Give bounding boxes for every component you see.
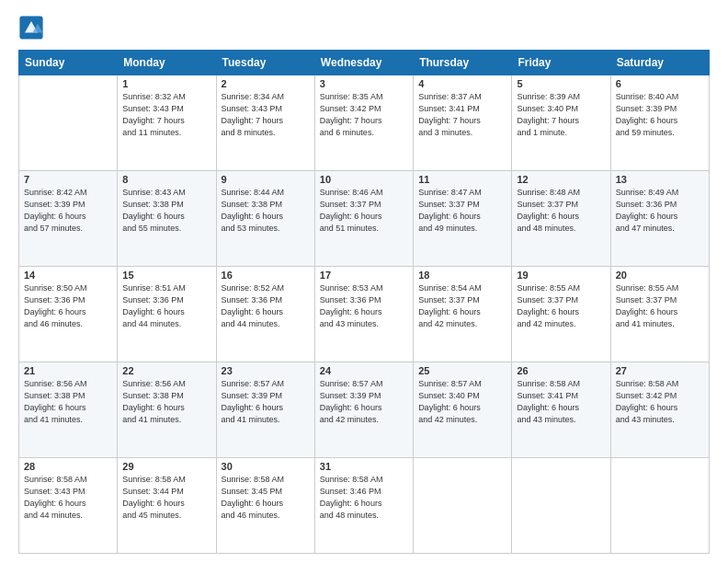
day-number: 17 bbox=[320, 270, 408, 281]
header-row: SundayMondayTuesdayWednesdayThursdayFrid… bbox=[19, 51, 710, 75]
calendar-cell: 23Sunrise: 8:57 AM Sunset: 3:39 PM Dayli… bbox=[216, 362, 314, 458]
day-number: 9 bbox=[222, 174, 310, 185]
header-cell-friday: Friday bbox=[512, 51, 610, 75]
day-number: 11 bbox=[418, 174, 506, 185]
calendar-cell: 10Sunrise: 8:46 AM Sunset: 3:37 PM Dayli… bbox=[314, 171, 413, 267]
calendar-cell: 7Sunrise: 8:42 AM Sunset: 3:39 PM Daylig… bbox=[19, 171, 118, 267]
day-number: 19 bbox=[517, 270, 605, 281]
calendar-cell: 22Sunrise: 8:56 AM Sunset: 3:38 PM Dayli… bbox=[118, 362, 216, 458]
day-info: Sunrise: 8:54 AM Sunset: 3:37 PM Dayligh… bbox=[418, 282, 506, 330]
calendar-cell: 13Sunrise: 8:49 AM Sunset: 3:36 PM Dayli… bbox=[610, 171, 709, 267]
day-number: 14 bbox=[24, 270, 112, 281]
calendar-cell bbox=[19, 75, 118, 171]
day-info: Sunrise: 8:34 AM Sunset: 3:43 PM Dayligh… bbox=[222, 91, 310, 139]
day-number: 29 bbox=[122, 461, 210, 472]
day-info: Sunrise: 8:55 AM Sunset: 3:37 PM Dayligh… bbox=[517, 282, 605, 330]
week-row-2: 14Sunrise: 8:50 AM Sunset: 3:36 PM Dayli… bbox=[19, 267, 710, 362]
calendar-cell bbox=[512, 458, 610, 554]
day-info: Sunrise: 8:58 AM Sunset: 3:45 PM Dayligh… bbox=[222, 474, 310, 522]
day-info: Sunrise: 8:48 AM Sunset: 3:37 PM Dayligh… bbox=[517, 187, 605, 235]
day-number: 10 bbox=[320, 174, 408, 185]
logo-icon bbox=[18, 15, 44, 40]
logo bbox=[18, 15, 48, 40]
calendar-cell: 9Sunrise: 8:44 AM Sunset: 3:38 PM Daylig… bbox=[216, 171, 314, 267]
calendar-cell: 5Sunrise: 8:39 AM Sunset: 3:40 PM Daylig… bbox=[512, 75, 610, 171]
day-number: 4 bbox=[418, 78, 506, 89]
week-row-1: 7Sunrise: 8:42 AM Sunset: 3:39 PM Daylig… bbox=[19, 171, 710, 267]
calendar-cell: 16Sunrise: 8:52 AM Sunset: 3:36 PM Dayli… bbox=[216, 267, 314, 362]
day-info: Sunrise: 8:57 AM Sunset: 3:39 PM Dayligh… bbox=[320, 378, 408, 426]
day-number: 31 bbox=[320, 461, 408, 472]
day-number: 26 bbox=[517, 365, 605, 376]
calendar-cell bbox=[610, 458, 709, 554]
calendar-cell: 8Sunrise: 8:43 AM Sunset: 3:38 PM Daylig… bbox=[118, 171, 216, 267]
day-info: Sunrise: 8:37 AM Sunset: 3:41 PM Dayligh… bbox=[418, 91, 506, 139]
day-number: 16 bbox=[222, 270, 310, 281]
day-number: 8 bbox=[122, 174, 210, 185]
calendar-cell: 30Sunrise: 8:58 AM Sunset: 3:45 PM Dayli… bbox=[216, 458, 314, 554]
page: SundayMondayTuesdayWednesdayThursdayFrid… bbox=[0, 0, 728, 563]
header bbox=[18, 15, 710, 40]
calendar-cell: 21Sunrise: 8:56 AM Sunset: 3:38 PM Dayli… bbox=[19, 362, 118, 458]
calendar-cell: 17Sunrise: 8:53 AM Sunset: 3:36 PM Dayli… bbox=[314, 267, 413, 362]
day-number: 20 bbox=[616, 270, 704, 281]
day-number: 7 bbox=[24, 174, 112, 185]
day-info: Sunrise: 8:56 AM Sunset: 3:38 PM Dayligh… bbox=[24, 378, 112, 426]
day-number: 13 bbox=[616, 174, 704, 185]
day-info: Sunrise: 8:57 AM Sunset: 3:39 PM Dayligh… bbox=[222, 378, 310, 426]
day-number: 1 bbox=[122, 78, 210, 89]
day-number: 22 bbox=[122, 365, 210, 376]
day-number: 27 bbox=[616, 365, 704, 376]
day-info: Sunrise: 8:58 AM Sunset: 3:44 PM Dayligh… bbox=[122, 474, 210, 522]
day-number: 2 bbox=[222, 78, 310, 89]
day-number: 21 bbox=[24, 365, 112, 376]
day-info: Sunrise: 8:50 AM Sunset: 3:36 PM Dayligh… bbox=[24, 282, 112, 330]
day-info: Sunrise: 8:40 AM Sunset: 3:39 PM Dayligh… bbox=[616, 91, 704, 139]
day-info: Sunrise: 8:32 AM Sunset: 3:43 PM Dayligh… bbox=[122, 91, 210, 139]
day-info: Sunrise: 8:53 AM Sunset: 3:36 PM Dayligh… bbox=[320, 282, 408, 330]
calendar-cell: 15Sunrise: 8:51 AM Sunset: 3:36 PM Dayli… bbox=[118, 267, 216, 362]
calendar-cell: 20Sunrise: 8:55 AM Sunset: 3:37 PM Dayli… bbox=[610, 267, 709, 362]
header-cell-thursday: Thursday bbox=[414, 51, 512, 75]
day-number: 18 bbox=[418, 270, 506, 281]
calendar-cell bbox=[414, 458, 512, 554]
calendar-cell: 12Sunrise: 8:48 AM Sunset: 3:37 PM Dayli… bbox=[512, 171, 610, 267]
week-row-4: 28Sunrise: 8:58 AM Sunset: 3:43 PM Dayli… bbox=[19, 458, 710, 554]
day-info: Sunrise: 8:57 AM Sunset: 3:40 PM Dayligh… bbox=[418, 378, 506, 426]
calendar-cell: 19Sunrise: 8:55 AM Sunset: 3:37 PM Dayli… bbox=[512, 267, 610, 362]
day-info: Sunrise: 8:52 AM Sunset: 3:36 PM Dayligh… bbox=[222, 282, 310, 330]
calendar-cell: 28Sunrise: 8:58 AM Sunset: 3:43 PM Dayli… bbox=[19, 458, 118, 554]
calendar-cell: 3Sunrise: 8:35 AM Sunset: 3:42 PM Daylig… bbox=[314, 75, 413, 171]
day-info: Sunrise: 8:49 AM Sunset: 3:36 PM Dayligh… bbox=[616, 187, 704, 235]
day-info: Sunrise: 8:43 AM Sunset: 3:38 PM Dayligh… bbox=[122, 187, 210, 235]
day-info: Sunrise: 8:46 AM Sunset: 3:37 PM Dayligh… bbox=[320, 187, 408, 235]
header-cell-sunday: Sunday bbox=[19, 51, 118, 75]
calendar-cell: 25Sunrise: 8:57 AM Sunset: 3:40 PM Dayli… bbox=[414, 362, 512, 458]
day-number: 23 bbox=[222, 365, 310, 376]
day-info: Sunrise: 8:58 AM Sunset: 3:42 PM Dayligh… bbox=[616, 378, 704, 426]
week-row-3: 21Sunrise: 8:56 AM Sunset: 3:38 PM Dayli… bbox=[19, 362, 710, 458]
day-number: 25 bbox=[418, 365, 506, 376]
calendar-cell: 31Sunrise: 8:58 AM Sunset: 3:46 PM Dayli… bbox=[314, 458, 413, 554]
day-number: 30 bbox=[222, 461, 310, 472]
day-number: 12 bbox=[517, 174, 605, 185]
day-number: 3 bbox=[320, 78, 408, 89]
header-cell-saturday: Saturday bbox=[610, 51, 709, 75]
day-info: Sunrise: 8:55 AM Sunset: 3:37 PM Dayligh… bbox=[616, 282, 704, 330]
calendar-cell: 4Sunrise: 8:37 AM Sunset: 3:41 PM Daylig… bbox=[414, 75, 512, 171]
day-number: 15 bbox=[122, 270, 210, 281]
week-row-0: 1Sunrise: 8:32 AM Sunset: 3:43 PM Daylig… bbox=[19, 75, 710, 171]
calendar-cell: 26Sunrise: 8:58 AM Sunset: 3:41 PM Dayli… bbox=[512, 362, 610, 458]
day-info: Sunrise: 8:58 AM Sunset: 3:46 PM Dayligh… bbox=[320, 474, 408, 522]
header-cell-wednesday: Wednesday bbox=[314, 51, 413, 75]
calendar-cell: 24Sunrise: 8:57 AM Sunset: 3:39 PM Dayli… bbox=[314, 362, 413, 458]
calendar-cell: 6Sunrise: 8:40 AM Sunset: 3:39 PM Daylig… bbox=[610, 75, 709, 171]
day-info: Sunrise: 8:58 AM Sunset: 3:43 PM Dayligh… bbox=[24, 474, 112, 522]
day-number: 5 bbox=[517, 78, 605, 89]
calendar-cell: 11Sunrise: 8:47 AM Sunset: 3:37 PM Dayli… bbox=[414, 171, 512, 267]
calendar-cell: 2Sunrise: 8:34 AM Sunset: 3:43 PM Daylig… bbox=[216, 75, 314, 171]
day-info: Sunrise: 8:51 AM Sunset: 3:36 PM Dayligh… bbox=[122, 282, 210, 330]
header-cell-tuesday: Tuesday bbox=[216, 51, 314, 75]
calendar-cell: 14Sunrise: 8:50 AM Sunset: 3:36 PM Dayli… bbox=[19, 267, 118, 362]
day-info: Sunrise: 8:44 AM Sunset: 3:38 PM Dayligh… bbox=[222, 187, 310, 235]
